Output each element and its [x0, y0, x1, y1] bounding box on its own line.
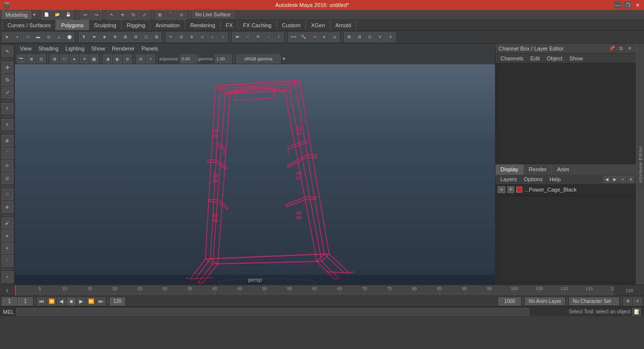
mel-input[interactable]: [16, 308, 529, 316]
bridge-icon[interactable]: ⬌: [89, 32, 99, 42]
display-help-menu[interactable]: Help: [546, 176, 564, 183]
exposure-input[interactable]: [180, 54, 197, 63]
layer-nav-prev[interactable]: ◀: [603, 176, 610, 183]
minimize-button[interactable]: —: [614, 1, 621, 8]
gamma-input[interactable]: [215, 54, 232, 63]
scale-tool-btn[interactable]: ⤢: [1, 87, 13, 98]
viewport[interactable]: View Shading Lighting Show Renderer Pane…: [15, 44, 495, 285]
move-tool-icon[interactable]: ✛: [118, 10, 128, 20]
uv2-icon[interactable]: V: [375, 32, 385, 42]
vp-solid-icon[interactable]: ●: [70, 54, 79, 63]
attribute-editor-side-tab[interactable]: Attribute Editor: [636, 44, 644, 285]
soften-icon[interactable]: ~: [263, 32, 273, 42]
tab-rigging[interactable]: Rigging: [122, 20, 150, 30]
sculpt-btn[interactable]: ⌀: [1, 230, 13, 241]
crease-tool-btn[interactable]: ≡: [1, 243, 13, 254]
extrude-icon[interactable]: ⬆: [79, 32, 89, 42]
display-tab-render[interactable]: Render: [524, 164, 552, 175]
skip-to-start-btn[interactable]: ⏮: [37, 298, 46, 305]
preferences-btn[interactable]: ⚙: [623, 298, 632, 305]
step-fwd-btn[interactable]: ⏩: [87, 298, 96, 305]
range-end2-input[interactable]: [498, 298, 521, 305]
close-button[interactable]: ✕: [634, 1, 641, 8]
mode-selector[interactable]: Modeling: [2, 11, 31, 19]
timeline-settings-btn[interactable]: ≡: [633, 298, 642, 305]
cb-menu-channels[interactable]: Channels: [497, 55, 526, 62]
open-file-icon[interactable]: 📂: [52, 10, 62, 20]
proj-icon[interactable]: ⊟: [354, 32, 364, 42]
character-set-selector[interactable]: No Character Set: [569, 298, 619, 305]
quad-icon[interactable]: ⊞: [344, 32, 354, 42]
merge-icon[interactable]: ⊕: [110, 32, 120, 42]
tab-rendering[interactable]: Rendering: [185, 20, 221, 30]
smooth-icon[interactable]: ≈: [207, 32, 217, 42]
frame-start-input[interactable]: [2, 298, 17, 305]
poly-sphere-icon[interactable]: ●: [2, 32, 12, 42]
channel-box-close-btn[interactable]: ✕: [626, 45, 633, 52]
conform-icon[interactable]: ⟳: [253, 32, 263, 42]
rotate-tool-btn[interactable]: ↻: [1, 74, 13, 86]
cb-menu-object[interactable]: Object: [544, 55, 565, 62]
play-back-btn[interactable]: ◀: [57, 298, 66, 305]
cut-icon[interactable]: ✂: [166, 32, 176, 42]
tab-fx[interactable]: FX: [221, 20, 238, 30]
color-mode-selector[interactable]: sRGB gamma: [236, 54, 281, 63]
vp-help-icon[interactable]: ?: [146, 54, 155, 63]
boolean-icon[interactable]: ∩: [218, 32, 228, 42]
layer-reference-btn[interactable]: P: [507, 186, 514, 193]
reverse-icon[interactable]: ↔: [243, 32, 252, 42]
poly-cone-icon[interactable]: △: [54, 32, 64, 42]
separate-icon[interactable]: ⊔: [330, 32, 340, 42]
restore-button[interactable]: ❐: [624, 1, 631, 8]
poly-cube-icon[interactable]: ▪: [12, 32, 22, 42]
snap-view-btn[interactable]: ⊡: [1, 173, 13, 184]
transfer-icon[interactable]: ⟺: [288, 32, 298, 42]
vp-menu-view[interactable]: View: [17, 45, 35, 52]
soft-mod-btn[interactable]: S: [1, 119, 13, 130]
tab-polygons[interactable]: Polygons: [56, 20, 89, 30]
display-options-menu[interactable]: Options: [521, 176, 545, 183]
tab-custom[interactable]: Custom: [277, 20, 306, 30]
render-region-btn[interactable]: □: [1, 189, 13, 200]
mirror-icon[interactable]: ⊣: [309, 32, 319, 42]
harden-icon[interactable]: ⌇: [274, 32, 284, 42]
snap-grid-btn[interactable]: ⊞: [1, 135, 13, 146]
vp-menu-renderer[interactable]: Renderer: [109, 45, 138, 52]
poly-plane-icon[interactable]: ▬: [33, 32, 43, 42]
vp-menu-shading[interactable]: Shading: [36, 45, 61, 52]
uv1-icon[interactable]: U: [365, 32, 375, 42]
no-live-surface-btn[interactable]: No Live Surface: [192, 11, 234, 18]
tab-fx-caching[interactable]: FX Caching: [238, 20, 277, 30]
undo-icon[interactable]: ↩: [81, 10, 91, 20]
play-fwd-btn[interactable]: ▶: [77, 298, 86, 305]
poly-disk-icon[interactable]: ⬤: [64, 32, 74, 42]
vp-menu-lighting[interactable]: Lighting: [62, 45, 88, 52]
snap-point-icon[interactable]: ⊙: [177, 10, 187, 20]
poke-icon[interactable]: ※: [187, 32, 197, 42]
cb-menu-show[interactable]: Show: [566, 55, 586, 62]
flip-icon[interactable]: ⇄: [232, 32, 242, 42]
vp-cam-icon[interactable]: 📷: [17, 54, 26, 63]
vp-ao-icon[interactable]: ◐: [113, 54, 122, 63]
display-tab-display[interactable]: Display: [495, 164, 524, 175]
snap-grid-icon[interactable]: ⊞: [155, 10, 165, 20]
layer-new-btn[interactable]: +: [619, 176, 626, 183]
stop-btn[interactable]: ■: [67, 298, 76, 305]
tab-curves-surfaces[interactable]: Curves / Surfaces: [2, 20, 56, 30]
show-manipulator-btn[interactable]: ⊕: [1, 201, 13, 212]
script-editor-btn[interactable]: 📝: [632, 308, 641, 316]
redo-icon[interactable]: ↪: [92, 10, 101, 20]
vp-shadow-icon[interactable]: ◑: [103, 54, 112, 63]
vp-texture-icon[interactable]: ▦: [90, 54, 99, 63]
range-end-input[interactable]: [110, 298, 125, 305]
vp-menu-show[interactable]: Show: [89, 45, 108, 52]
bevel-icon[interactable]: ◈: [99, 32, 109, 42]
tab-animation[interactable]: Animation: [150, 20, 185, 30]
vp-menu-panels[interactable]: Panels: [139, 45, 161, 52]
mode-selector-wrapper[interactable]: Modeling ▼: [2, 11, 37, 19]
vp-frame-icon[interactable]: ⊡: [37, 54, 46, 63]
frame-current-input[interactable]: [18, 298, 33, 305]
vp-hud-icon[interactable]: ⊟: [136, 54, 145, 63]
move-tool-btn[interactable]: ✛: [1, 61, 13, 73]
crease-icon[interactable]: ≡: [386, 32, 396, 42]
